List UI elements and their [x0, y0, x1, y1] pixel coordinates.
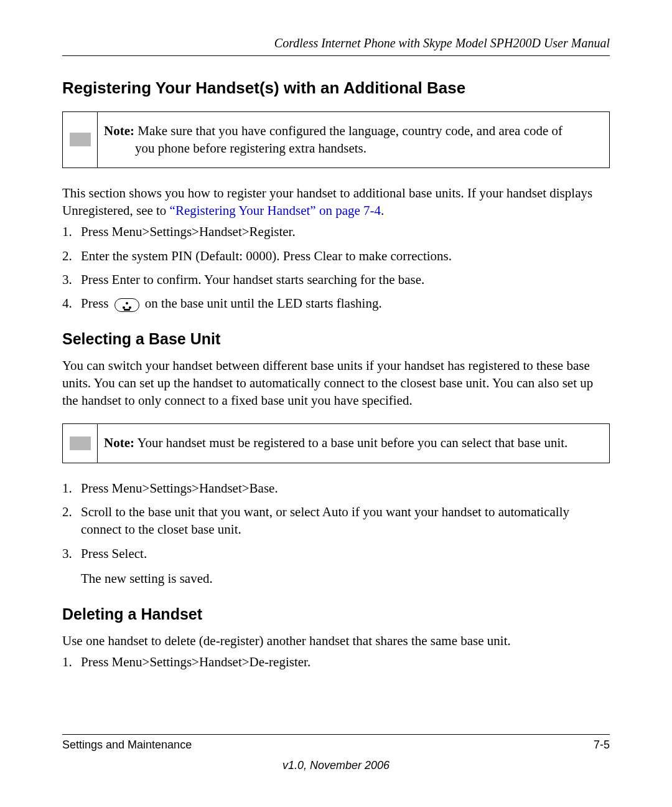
header-rule	[62, 55, 610, 56]
steps-selecting: Press Menu>Settings>Handset>Base. Scroll…	[62, 479, 610, 588]
note-box-registering: Note: Make sure that you have configured…	[62, 111, 610, 168]
steps-deleting: Press Menu>Settings>Handset>De-register.	[62, 653, 610, 671]
footer-section-name: Settings and Maintenance	[62, 739, 192, 752]
step-item: Press Menu>Settings>Handset>De-register.	[62, 653, 610, 671]
note-icon	[70, 133, 91, 146]
page: Cordless Internet Phone with Skype Model…	[0, 0, 672, 807]
note-text: Note: Make sure that you have configured…	[98, 112, 609, 168]
step-post: on the base unit until the LED starts fl…	[142, 296, 382, 311]
deleting-body: Use one handset to delete (de-register) …	[62, 632, 610, 649]
footer-page-number: 7-5	[594, 739, 610, 752]
step-text: Scroll to the base unit that you want, o…	[81, 504, 569, 537]
note-body: Your handset must be registered to a bas…	[134, 435, 567, 450]
step-item: Press Menu>Settings>Handset>Base.	[62, 479, 610, 497]
footer-row: Settings and Maintenance 7-5	[62, 739, 610, 752]
note-label: Note:	[104, 123, 134, 138]
step-result: The new setting is saved.	[81, 570, 610, 587]
step-item: Press Menu>Settings>Handset>Register.	[62, 223, 610, 240]
note-box-selecting: Note: Your handset must be registered to…	[62, 423, 610, 463]
heading-selecting: Selecting a Base Unit	[62, 330, 610, 348]
page-button-icon	[114, 298, 139, 312]
heading-registering: Registering Your Handset(s) with an Addi…	[62, 78, 610, 98]
step-item: Enter the system PIN (Default: 0000). Pr…	[62, 247, 610, 265]
note-icon-cell	[63, 112, 98, 168]
note-line1: Make sure that you have configured the l…	[134, 123, 562, 138]
steps-registering: Press Menu>Settings>Handset>Register. En…	[62, 223, 610, 312]
step-item: Press on the base unit until the LED sta…	[62, 295, 610, 312]
running-header: Cordless Internet Phone with Skype Model…	[62, 36, 610, 55]
intro-paragraph: This section shows you how to register y…	[62, 184, 610, 220]
footer-version: v1.0, November 2006	[62, 759, 610, 772]
intro-post: .	[381, 203, 384, 218]
step-item: Press Select. The new setting is saved.	[62, 545, 610, 588]
step-text: Enter the system PIN (Default: 0000). Pr…	[81, 248, 452, 263]
step-pre: Press	[81, 296, 112, 311]
step-text: Press Menu>Settings>Handset>Register.	[81, 224, 296, 239]
footer: Settings and Maintenance 7-5 v1.0, Novem…	[62, 734, 610, 772]
note-text: Note: Your handset must be registered to…	[98, 424, 609, 463]
note-line2: you phone before registering extra hands…	[104, 139, 602, 157]
footer-rule	[62, 734, 610, 735]
step-text: Press Menu>Settings>Handset>Base.	[81, 481, 278, 496]
note-icon	[70, 437, 91, 450]
step-text: Press Enter to confirm. Your handset sta…	[81, 272, 424, 287]
note-label: Note:	[104, 435, 134, 450]
selecting-body: You can switch your handset between diff…	[62, 357, 610, 410]
xref-link[interactable]: “Registering Your Handset” on page 7-4	[170, 203, 381, 218]
step-item: Press Enter to confirm. Your handset sta…	[62, 271, 610, 288]
heading-deleting: Deleting a Handset	[62, 605, 610, 623]
step-text: Press Menu>Settings>Handset>De-register.	[81, 654, 310, 669]
step-item: Scroll to the base unit that you want, o…	[62, 503, 610, 539]
note-icon-cell	[63, 424, 98, 463]
step-text: Press Select.	[81, 546, 147, 561]
